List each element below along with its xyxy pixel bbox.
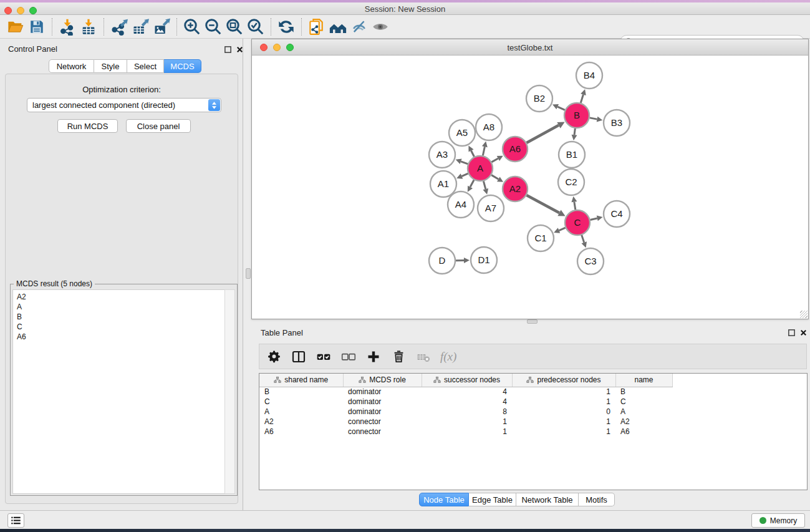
column-header-mcds-role[interactable]: MCDS role <box>343 374 422 387</box>
column-header-shared-name[interactable]: shared name <box>259 374 343 387</box>
show-columns-icon[interactable] <box>291 349 307 365</box>
zoom-selected-icon[interactable] <box>245 16 266 37</box>
graph-edge-A-A1[interactable] <box>461 173 468 176</box>
mcds-result-item[interactable]: A2 <box>17 292 225 302</box>
column-header-predecessor-nodes[interactable]: predecessor nodes <box>512 374 615 387</box>
graph-edge-A-A6[interactable] <box>491 158 498 162</box>
graph-node-A[interactable]: A <box>468 156 493 181</box>
graph-edge-C-C1[interactable] <box>559 228 565 230</box>
close-panel-button[interactable]: Close panel <box>126 119 191 133</box>
graph-node-A8[interactable]: A8 <box>476 114 502 140</box>
mcds-result-item[interactable]: A6 <box>17 332 225 342</box>
save-session-icon[interactable] <box>26 16 47 37</box>
hide-selected-icon[interactable] <box>349 16 370 37</box>
table-row[interactable]: Cdominator41C <box>259 397 807 407</box>
mcds-result-item[interactable]: C <box>17 322 225 332</box>
refresh-icon[interactable] <box>276 16 297 37</box>
graph-node-C2[interactable]: C2 <box>558 169 584 195</box>
graph-edge-A-A4[interactable] <box>470 180 474 187</box>
graph-edge-A-A7[interactable] <box>483 181 485 189</box>
task-history-button[interactable] <box>7 513 24 528</box>
table-float-panel-icon[interactable] <box>788 329 796 337</box>
graph-node-B4[interactable]: B4 <box>576 62 602 89</box>
graph-node-C[interactable]: C <box>565 210 590 235</box>
show-all-icon[interactable] <box>370 16 391 37</box>
graph-node-B2[interactable]: B2 <box>526 85 552 112</box>
network-graph-canvas[interactable]: AA1A2A3A4A5A6A7A8BB1B2B3B4CC1C2C3C4DD1 <box>252 56 808 319</box>
table-row[interactable]: Bdominator41B <box>259 387 807 397</box>
tab-network-table[interactable]: Network Table <box>516 493 579 506</box>
graph-node-A1[interactable]: A1 <box>430 171 456 197</box>
graph-edge-C-C4[interactable] <box>590 218 597 220</box>
open-session-icon[interactable] <box>5 16 26 37</box>
select-all-columns-icon[interactable] <box>316 349 332 365</box>
tab-style[interactable]: Style <box>94 59 127 73</box>
export-image-icon[interactable] <box>151 16 172 37</box>
zoom-in-icon[interactable] <box>181 16 203 37</box>
graph-edge-A-A8[interactable] <box>483 147 485 155</box>
graph-node-A3[interactable]: A3 <box>429 142 455 168</box>
graph-edge-A2-C[interactable] <box>526 195 559 213</box>
mcds-result-item[interactable]: B <box>17 312 225 322</box>
graph-edge-C-C2[interactable] <box>574 202 576 210</box>
graph-edge-A6-B[interactable] <box>526 125 559 143</box>
graph-node-B1[interactable]: B1 <box>559 142 585 168</box>
graph-node-A5[interactable]: A5 <box>449 120 475 146</box>
graph-node-C4[interactable]: C4 <box>604 201 630 227</box>
export-table-icon[interactable] <box>130 16 151 37</box>
tab-edge-table[interactable]: Edge Table <box>469 493 516 506</box>
column-header-name[interactable]: name <box>615 374 672 387</box>
table-options-gear-icon[interactable] <box>266 349 282 365</box>
graph-edge-B-B2[interactable] <box>557 107 565 110</box>
table-row[interactable]: A2connector11A2 <box>259 417 807 427</box>
new-network-from-selection-icon[interactable] <box>306 16 327 37</box>
graph-node-A2[interactable]: A2 <box>503 177 528 201</box>
graph-edge-A-A5[interactable] <box>471 151 475 157</box>
window-resize-handle[interactable] <box>800 311 808 318</box>
close-panel-icon[interactable] <box>236 46 244 54</box>
graph-edge-B-B1[interactable] <box>574 128 575 135</box>
mcds-result-scrollbar[interactable] <box>224 289 235 494</box>
zoom-fit-icon[interactable] <box>224 16 245 37</box>
tab-select[interactable]: Select <box>127 59 164 73</box>
graph-edge-C-C3[interactable] <box>582 235 584 243</box>
tab-node-table[interactable]: Node Table <box>419 493 469 506</box>
destroy-table-icon[interactable] <box>415 349 432 365</box>
mcds-result-list[interactable]: A2 A B C A6 <box>12 289 226 494</box>
first-neighbors-icon[interactable] <box>327 16 349 37</box>
run-mcds-button[interactable]: Run MCDS <box>57 119 118 133</box>
graph-node-C3[interactable]: C3 <box>577 248 604 274</box>
graph-edge-A-A2[interactable] <box>491 175 498 180</box>
create-column-icon[interactable] <box>365 349 382 365</box>
float-panel-icon[interactable] <box>224 46 232 54</box>
function-builder-icon[interactable]: f(x) <box>440 350 456 364</box>
import-network-icon[interactable] <box>57 16 78 37</box>
import-table-icon[interactable] <box>78 16 99 37</box>
criterion-dropdown[interactable]: largest connected component (directed) <box>27 98 221 112</box>
graph-node-A7[interactable]: A7 <box>478 195 504 221</box>
graph-node-B[interactable]: B <box>564 103 589 128</box>
export-network-icon[interactable] <box>108 16 130 37</box>
table-close-panel-icon[interactable] <box>799 329 808 337</box>
tab-mcds[interactable]: MCDS <box>164 59 201 73</box>
graph-node-A4[interactable]: A4 <box>448 191 474 218</box>
memory-button[interactable]: Memory <box>751 513 805 528</box>
mcds-result-item[interactable]: A <box>17 302 225 312</box>
zoom-out-icon[interactable] <box>203 16 224 37</box>
vertical-splitter-grip[interactable] <box>246 268 251 279</box>
graph-node-A6[interactable]: A6 <box>503 137 528 162</box>
graph-edge-A-A3[interactable] <box>461 162 468 164</box>
graph-node-D[interactable]: D <box>429 248 455 274</box>
graph-node-B3[interactable]: B3 <box>604 110 630 136</box>
graph-edge-B-B4[interactable] <box>581 95 583 103</box>
tab-network[interactable]: Network <box>49 59 94 73</box>
table-row[interactable]: Adominator80A <box>259 407 807 417</box>
graph-node-D1[interactable]: D1 <box>471 247 497 273</box>
table-row[interactable]: A6connector11A6 <box>259 427 807 437</box>
unselect-all-columns-icon[interactable] <box>340 349 357 365</box>
graph-edge-B-B3[interactable] <box>590 118 597 119</box>
delete-columns-trash-icon[interactable] <box>390 349 407 365</box>
tab-motifs[interactable]: Motifs <box>579 493 615 506</box>
graph-node-C1[interactable]: C1 <box>528 225 554 251</box>
column-header-successor-nodes[interactable]: successor nodes <box>422 374 512 387</box>
